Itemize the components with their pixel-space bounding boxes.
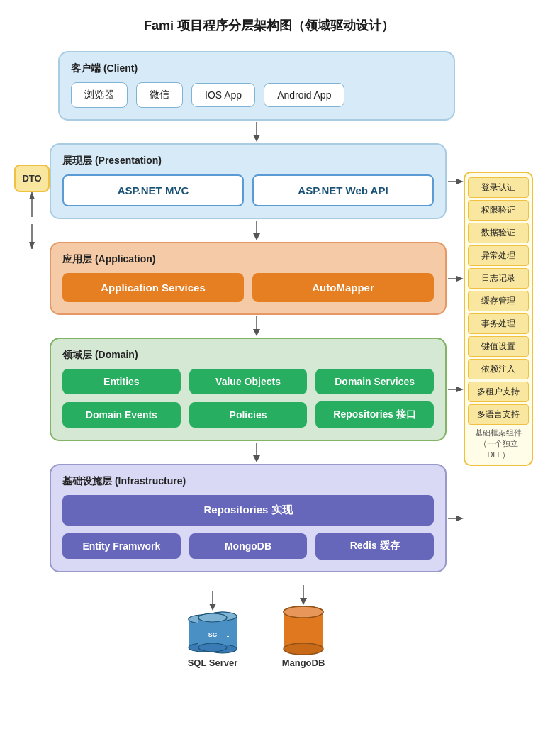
db-group-sql: SC SC — [187, 591, 238, 668]
svg-point-42 — [284, 606, 323, 618]
sql-label: SQL Server — [188, 657, 238, 668]
domain-box-services: Domain Services — [315, 369, 434, 394]
sidebar-item-8: 依赖注入 — [468, 359, 529, 379]
svg-marker-11 — [456, 276, 464, 282]
svg-marker-15 — [456, 387, 464, 392]
layer-application: 应用层 (Application) Application Services A… — [50, 242, 447, 315]
client-box-wechat: 微信 — [136, 82, 183, 108]
center-area: 客户端 (Client) 浏览器 微信 IOS App Android App — [50, 51, 464, 668]
presentation-label: 展现层 (Presentation) — [62, 155, 434, 167]
svg-marker-7 — [456, 179, 464, 184]
sidebar-item-6: 事务处理 — [468, 313, 529, 334]
mongo-cylinder — [281, 605, 326, 655]
presentation-boxes: ASP.NET MVC ASP.NET Web API — [62, 174, 434, 206]
pres-box-mvc: ASP.NET MVC — [62, 174, 244, 206]
domain-boxes-row2: Domain Events Policies Repositories 接口 — [62, 401, 434, 428]
diagram-layout: DTO 客户端 (Client) 浏览器 微信 IOS App Andro — [14, 51, 524, 668]
domain-boxes-row1: Entities Value Objects Domain Services — [62, 369, 434, 394]
svg-marker-3 — [29, 242, 35, 249]
db-group-mongo: MangoDB — [281, 585, 326, 668]
pres-box-webapi: ASP.NET Web API — [252, 174, 434, 206]
infrastructure-row: 基础设施层 (Infrastructure) Repositories 实现 E… — [50, 464, 464, 572]
sidebar-container: 登录认证 权限验证 数据验证 异常处理 日志记录 缓存管理 事务处理 键值设置 … — [464, 172, 533, 466]
client-boxes: 浏览器 微信 IOS App Android App — [71, 82, 442, 108]
page-container: Fami 项目程序分层架构图（领域驱动设计） DTO 客户端 (Client) … — [14, 17, 524, 668]
sidebar-item-1: 权限验证 — [468, 200, 529, 221]
client-box-android: Android App — [264, 83, 344, 107]
database-section: SC SC — [58, 578, 455, 668]
application-label: 应用层 (Application) — [62, 253, 434, 266]
sidebar-item-3: 异常处理 — [468, 245, 529, 266]
domain-box-entities: Entities — [62, 369, 181, 394]
sidebar-item-5: 缓存管理 — [468, 291, 529, 311]
arrow-client-presentation — [58, 121, 455, 143]
sidebar-item-7: 键值设置 — [468, 336, 529, 357]
svg-marker-38 — [300, 598, 307, 605]
arrow-to-sidebar-infra — [448, 513, 464, 524]
application-boxes: Application Services AutoMapper — [62, 273, 434, 302]
svg-text:SC: SC — [208, 631, 218, 638]
domain-box-valueobjects: Value Objects — [189, 369, 308, 394]
arrow-to-sidebar-app — [448, 273, 464, 284]
svg-marker-21 — [209, 604, 216, 611]
domain-box-repositories: Repositories 接口 — [315, 401, 434, 428]
layer-client: 客户端 (Client) 浏览器 微信 IOS App Android App — [58, 51, 455, 121]
infra-box-repositories: Repositories 实现 — [62, 495, 434, 526]
infra-boxes: Entity Framwork MongoDB Redis 缓存 — [62, 533, 434, 560]
sql-cylinders: SC SC — [187, 611, 238, 655]
arrow-to-sidebar-pres — [448, 176, 464, 187]
arrow-domain-infra — [58, 441, 455, 464]
svg-marker-13 — [253, 329, 260, 336]
svg-marker-5 — [253, 135, 260, 142]
app-box-automapper: AutoMapper — [252, 273, 434, 302]
domain-box-policies: Policies — [189, 402, 308, 428]
application-row: 应用层 (Application) Application Services A… — [50, 242, 464, 315]
svg-point-29 — [198, 643, 227, 652]
arrow-pres-app — [58, 219, 455, 242]
sidebar-footer: 基础框架组件（一个独立 DLL） — [468, 428, 529, 460]
domain-box-events: Domain Events — [62, 402, 181, 428]
left-area: DTO — [14, 51, 50, 249]
arrow-app-domain — [58, 315, 455, 338]
domain-row: 领域层 (Domain) Entities Value Objects Doma… — [50, 338, 464, 441]
mongo-label: MangoDB — [282, 657, 325, 668]
svg-point-41 — [284, 643, 323, 655]
page-title: Fami 项目程序分层架构图（领域驱动设计） — [14, 17, 524, 34]
layer-infrastructure: 基础设施层 (Infrastructure) Repositories 实现 E… — [50, 464, 447, 572]
sidebar-item-0: 登录认证 — [468, 177, 529, 198]
right-sidebar-area: 登录认证 权限验证 数据验证 异常处理 日志记录 缓存管理 事务处理 键值设置 … — [464, 51, 533, 466]
client-box-browser: 浏览器 — [71, 82, 128, 108]
dto-arrows — [14, 192, 50, 249]
layer-domain: 领域层 (Domain) Entities Value Objects Doma… — [50, 338, 447, 441]
client-box-ios: IOS App — [191, 83, 255, 107]
infra-box-mongo: MongoDB — [189, 533, 308, 559]
app-box-services: Application Services — [62, 273, 244, 302]
infra-box-ef: Entity Framwork — [62, 533, 181, 559]
dto-box: DTO — [14, 165, 50, 192]
domain-label: 领域层 (Domain) — [62, 349, 434, 362]
sidebar-item-2: 数据验证 — [468, 223, 529, 243]
infra-box-redis: Redis 缓存 — [315, 533, 434, 560]
svg-marker-19 — [456, 516, 464, 521]
sidebar-item-9: 多租户支持 — [468, 382, 529, 402]
layer-presentation: 展现层 (Presentation) ASP.NET MVC ASP.NET W… — [50, 143, 447, 219]
arrow-to-sidebar-domain — [448, 384, 464, 395]
sidebar-item-4: 日志记录 — [468, 268, 529, 289]
svg-marker-17 — [253, 455, 260, 462]
svg-point-30 — [198, 613, 227, 622]
presentation-row: 展现层 (Presentation) ASP.NET MVC ASP.NET W… — [50, 143, 464, 219]
sidebar-item-10: 多语言支持 — [468, 404, 529, 425]
svg-marker-9 — [253, 233, 260, 240]
svg-marker-1 — [29, 192, 35, 199]
client-label: 客户端 (Client) — [71, 62, 442, 75]
infra-label: 基础设施层 (Infrastructure) — [62, 475, 434, 488]
